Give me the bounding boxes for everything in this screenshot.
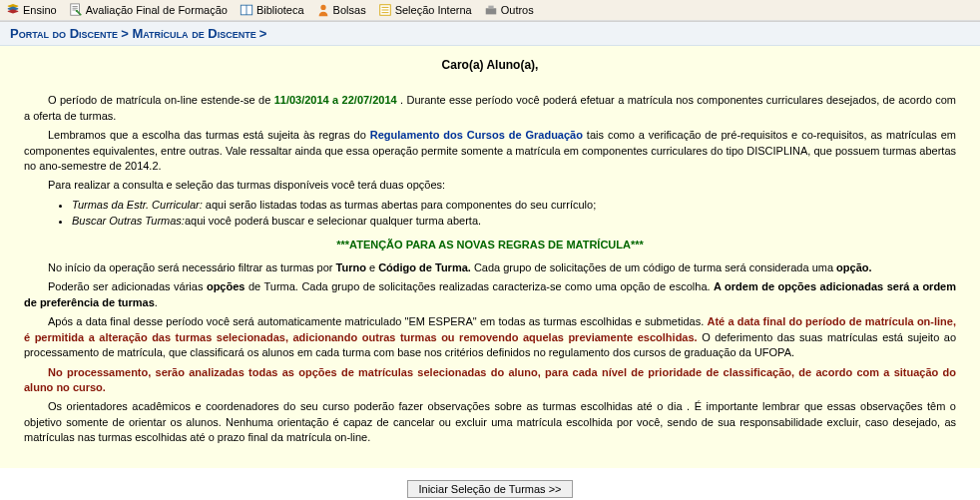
breadcrumb-portal[interactable]: Portal do Discente xyxy=(10,26,118,41)
nav-outros[interactable]: Outros xyxy=(484,3,534,17)
person-icon xyxy=(316,3,330,17)
nav-avaliacao[interactable]: Avaliação Final de Formação xyxy=(69,3,228,17)
breadcrumb-sep-2: > xyxy=(259,26,267,41)
list-item: Turmas da Estr. Curricular: aqui serão l… xyxy=(72,198,936,213)
list-icon xyxy=(378,3,392,17)
paragraph-orientadores: Os orientadores acadêmicos e coordenador… xyxy=(24,399,956,445)
options-list: Turmas da Estr. Curricular: aqui serão l… xyxy=(44,198,936,230)
breadcrumb: Portal do Discente > Matrícula de Discen… xyxy=(0,21,980,46)
svg-rect-8 xyxy=(488,6,493,9)
svg-rect-3 xyxy=(242,6,246,15)
nav-bolsas[interactable]: Bolsas xyxy=(316,3,366,17)
svg-point-5 xyxy=(320,5,325,10)
edit-sheet-icon xyxy=(69,3,83,17)
paragraph-options-order: Poderão ser adicionadas várias opções de… xyxy=(24,279,956,310)
toolbox-icon xyxy=(484,3,498,17)
action-bar: Iniciar Seleção de Turmas >> xyxy=(0,468,980,500)
nav-bolsas-label: Bolsas xyxy=(333,4,366,16)
nav-selecao[interactable]: Seleção Interna xyxy=(378,3,472,17)
enroll-period-date: 11/03/2014 a 22/07/2014 xyxy=(274,94,397,106)
library-icon xyxy=(240,3,253,17)
list-item: Buscar Outras Turmas:aqui você poderá bu… xyxy=(72,214,936,229)
paragraph-regulation: Lembramos que a escolha das turmas está … xyxy=(24,128,956,174)
greeting-heading: Caro(a) Aluno(a), xyxy=(24,58,956,73)
start-selection-button[interactable]: Iniciar Seleção de Turmas >> xyxy=(407,480,572,498)
svg-rect-7 xyxy=(485,8,496,14)
info-panel: Caro(a) Aluno(a), O período de matrícula… xyxy=(0,46,980,468)
paragraph-filter: No início da operação será necessário fi… xyxy=(24,260,956,275)
nav-ensino[interactable]: Ensino xyxy=(6,3,57,17)
nav-biblioteca-label: Biblioteca xyxy=(256,4,304,16)
nav-ensino-label: Ensino xyxy=(23,4,57,16)
link-regulamento[interactable]: Regulamento dos Cursos de Graduação xyxy=(370,129,583,141)
paragraph-period: O período de matrícula on-line estende-s… xyxy=(24,93,956,124)
nav-avaliacao-label: Avaliação Final de Formação xyxy=(86,4,228,16)
nav-selecao-label: Seleção Interna xyxy=(395,4,472,16)
main-navbar: Ensino Avaliação Final de Formação Bibli… xyxy=(0,0,980,21)
book-stack-icon xyxy=(6,3,20,17)
svg-point-1 xyxy=(75,10,77,12)
nav-biblioteca[interactable]: Biblioteca xyxy=(240,3,304,17)
svg-rect-4 xyxy=(246,6,251,15)
paragraph-options-intro: Para realizar a consulta e seleção das t… xyxy=(24,178,956,193)
paragraph-processamento: No processamento, serão analizadas todas… xyxy=(24,365,956,396)
breadcrumb-sep-1: > xyxy=(121,26,132,41)
breadcrumb-matricula[interactable]: Matrícula de Discente xyxy=(132,26,255,41)
paragraph-emespera: Após a data final desse período você ser… xyxy=(24,314,956,360)
attention-heading: ***ATENÇÃO PARA AS NOVAS REGRAS DE MATRÍ… xyxy=(24,238,956,252)
nav-outros-label: Outros xyxy=(501,4,534,16)
